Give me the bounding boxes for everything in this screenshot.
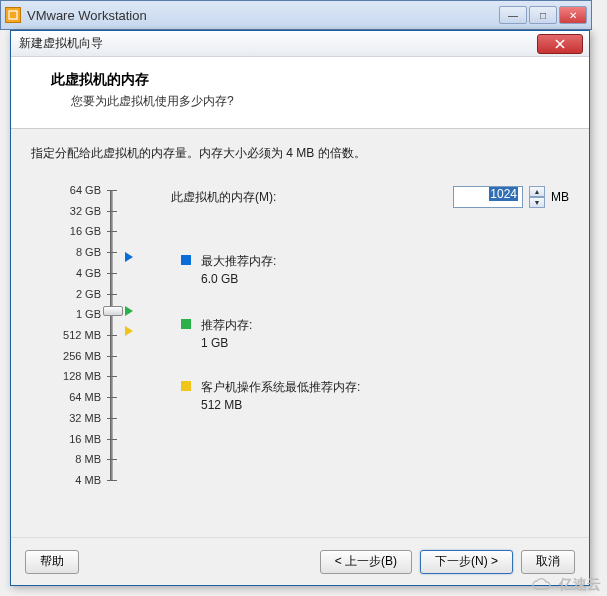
legend-min-label: 客户机操作系统最低推荐内存: [201, 378, 360, 396]
tick-label: 128 MB [51, 370, 101, 382]
legend-rec-label: 推荐内存: [201, 316, 252, 334]
cancel-button[interactable]: 取消 [521, 550, 575, 574]
tick-mark [107, 397, 117, 398]
legend-max-value: 6.0 GB [201, 270, 276, 288]
vmware-title: VMware Workstation [27, 8, 499, 23]
memory-label: 此虚拟机的内存(M): [171, 189, 453, 206]
memory-unit: MB [551, 190, 569, 204]
tick-label: 8 MB [51, 453, 101, 465]
watermark: 亿速云 [531, 576, 601, 594]
memory-spinner[interactable]: ▲ ▼ [529, 186, 545, 208]
max-marker-icon [125, 252, 133, 262]
wizard-content: 指定分配给此虚拟机的内存量。内存大小必须为 4 MB 的倍数。 64 GB32 … [11, 129, 589, 549]
tick-label: 64 GB [51, 184, 101, 196]
tick-mark [107, 273, 117, 274]
min-marker-icon [125, 326, 133, 336]
vmware-logo-icon [5, 7, 21, 23]
cloud-icon [531, 577, 555, 593]
tick-label: 8 GB [51, 246, 101, 258]
tick-mark [107, 459, 117, 460]
legend-max: 最大推荐内存: 6.0 GB [181, 252, 276, 288]
legend-rec: 推荐内存: 1 GB [181, 316, 252, 352]
memory-slider[interactable]: 64 GB32 GB16 GB8 GB4 GB2 GB1 GB512 MB256… [31, 186, 131, 496]
tick-mark [107, 418, 117, 419]
tick-label: 16 GB [51, 225, 101, 237]
next-button[interactable]: 下一步(N) > [420, 550, 513, 574]
tick-label: 4 MB [51, 474, 101, 486]
info-column: 此虚拟机的内存(M): 1024 ▲ ▼ MB 最大推荐内存: 6.0 [131, 186, 569, 496]
tick-mark [107, 190, 117, 191]
tick-mark [107, 252, 117, 253]
page-title: 此虚拟机的内存 [51, 71, 569, 89]
yellow-box-icon [181, 381, 191, 391]
wizard-button-bar: 帮助 < 上一步(B) 下一步(N) > 取消 [11, 537, 589, 585]
memory-input-group: 1024 ▲ ▼ MB [453, 186, 569, 208]
tick-mark [107, 439, 117, 440]
tick-label: 16 MB [51, 433, 101, 445]
memory-row: 64 GB32 GB16 GB8 GB4 GB2 GB1 GB512 MB256… [31, 186, 569, 496]
spinner-down-icon[interactable]: ▼ [529, 197, 545, 208]
tick-label: 2 GB [51, 288, 101, 300]
window-controls: — □ ✕ [499, 6, 587, 24]
legend-min: 客户机操作系统最低推荐内存: 512 MB [181, 378, 360, 414]
watermark-text: 亿速云 [559, 576, 601, 594]
tick-label: 32 MB [51, 412, 101, 424]
wizard-header: 此虚拟机的内存 您要为此虚拟机使用多少内存? [11, 57, 589, 129]
wizard-title: 新建虚拟机向导 [19, 35, 537, 52]
close-button[interactable]: ✕ [559, 6, 587, 24]
blue-box-icon [181, 255, 191, 265]
memory-input[interactable]: 1024 [453, 186, 523, 208]
tick-label: 256 MB [51, 350, 101, 362]
tick-label: 32 GB [51, 205, 101, 217]
memory-input-row: 此虚拟机的内存(M): 1024 ▲ ▼ MB [171, 186, 569, 208]
legend-max-label: 最大推荐内存: [201, 252, 276, 270]
slider-thumb[interactable] [103, 306, 123, 316]
tick-mark [107, 294, 117, 295]
tick-mark [107, 335, 117, 336]
wizard-dialog: 新建虚拟机向导 此虚拟机的内存 您要为此虚拟机使用多少内存? 指定分配给此虚拟机… [10, 30, 590, 586]
wizard-close-button[interactable] [537, 34, 583, 54]
svg-rect-0 [9, 11, 17, 19]
tick-mark [107, 356, 117, 357]
legend-rec-value: 1 GB [201, 334, 252, 352]
tick-label: 512 MB [51, 329, 101, 341]
tick-mark [107, 211, 117, 212]
spinner-up-icon[interactable]: ▲ [529, 186, 545, 197]
instruction-text: 指定分配给此虚拟机的内存量。内存大小必须为 4 MB 的倍数。 [31, 145, 569, 162]
vmware-main-window: VMware Workstation — □ ✕ [0, 0, 592, 30]
maximize-button[interactable]: □ [529, 6, 557, 24]
tick-label: 64 MB [51, 391, 101, 403]
vmware-titlebar: VMware Workstation — □ ✕ [1, 1, 591, 29]
help-button[interactable]: 帮助 [25, 550, 79, 574]
wizard-titlebar: 新建虚拟机向导 [11, 31, 589, 57]
close-icon [555, 39, 565, 49]
back-button[interactable]: < 上一步(B) [320, 550, 412, 574]
page-subtitle: 您要为此虚拟机使用多少内存? [71, 93, 569, 110]
tick-mark [107, 480, 117, 481]
green-box-icon [181, 319, 191, 329]
tick-mark [107, 231, 117, 232]
tick-label: 1 GB [51, 308, 101, 320]
tick-mark [107, 376, 117, 377]
rec-marker-icon [125, 306, 133, 316]
tick-label: 4 GB [51, 267, 101, 279]
legend-min-value: 512 MB [201, 396, 360, 414]
minimize-button[interactable]: — [499, 6, 527, 24]
